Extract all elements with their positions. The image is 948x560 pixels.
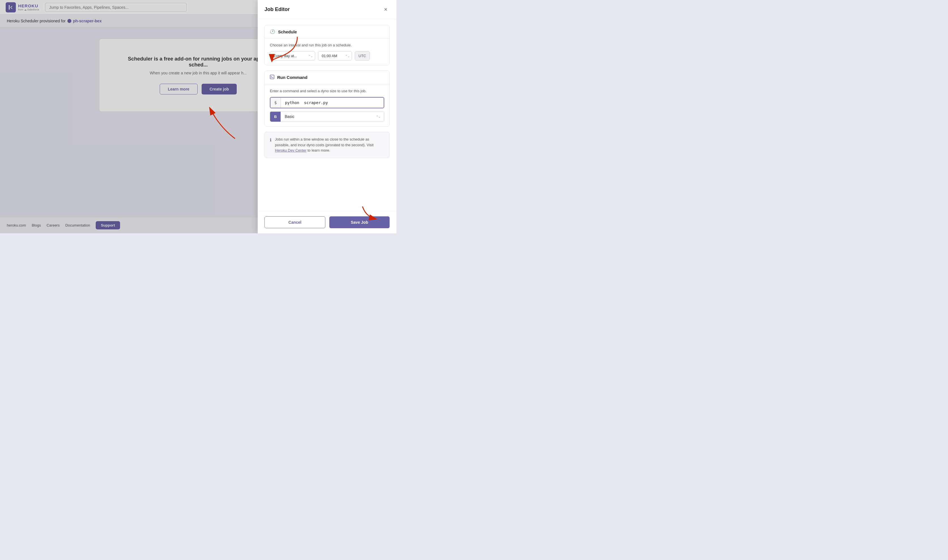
timezone-badge: UTC [355, 51, 370, 60]
schedule-section-header: 🕐 Schedule [265, 25, 389, 38]
info-text: Jobs run within a time window as close t… [275, 137, 384, 153]
command-section-title: Run Command [277, 75, 307, 80]
svg-rect-1 [270, 75, 274, 79]
command-section-body: Enter a command and select a dyno size t… [265, 84, 389, 126]
job-editor-modal: Job Editor × 🕐 Schedule Choose an interv… [258, 0, 397, 233]
modal-title: Job Editor [264, 6, 290, 12]
save-job-button[interactable]: Save Job [329, 216, 390, 228]
dyno-select-wrapper: Basic Standard-1X Standard-2X [281, 111, 384, 122]
heroku-dev-center-link[interactable]: Heroku Dev Center [275, 148, 306, 152]
modal-body: 🕐 Schedule Choose an interval and run th… [258, 19, 397, 211]
modal-header: Job Editor × [258, 0, 397, 19]
dyno-row: B Basic Standard-1X Standard-2X [270, 111, 384, 122]
cancel-button[interactable]: Cancel [264, 216, 325, 228]
time-select[interactable]: 01:00 AM 02:00 AM 03:00 AM [318, 51, 352, 60]
time-select-wrapper: 01:00 AM 02:00 AM 03:00 AM [318, 51, 352, 60]
command-section-header: Run Command [265, 71, 389, 84]
run-command-section: Run Command Enter a command and select a… [264, 71, 390, 127]
info-icon: ℹ [270, 137, 272, 153]
command-input[interactable] [281, 98, 384, 108]
dyno-badge-icon: B [270, 112, 281, 122]
terminal-icon [270, 75, 274, 80]
info-box: ℹ Jobs run within a time window as close… [264, 132, 390, 158]
command-prefix: $ [270, 98, 281, 108]
modal-close-button[interactable]: × [382, 5, 390, 14]
schedule-description: Choose an interval and run this job on a… [270, 43, 384, 47]
schedule-section-title: Schedule [278, 29, 297, 34]
schedule-controls: Every day at... Every hour at... Every 1… [270, 51, 384, 60]
schedule-section-body: Choose an interval and run this job on a… [265, 38, 389, 65]
command-input-row: $ [270, 97, 384, 108]
command-description: Enter a command and select a dyno size t… [270, 89, 384, 93]
frequency-select[interactable]: Every day at... Every hour at... Every 1… [270, 51, 315, 60]
frequency-select-wrapper: Every day at... Every hour at... Every 1… [270, 51, 315, 60]
clock-icon: 🕐 [270, 29, 275, 34]
schedule-section: 🕐 Schedule Choose an interval and run th… [264, 25, 390, 65]
dyno-size-select[interactable]: Basic Standard-1X Standard-2X [281, 111, 384, 122]
modal-footer: Cancel Save Job [258, 211, 397, 233]
